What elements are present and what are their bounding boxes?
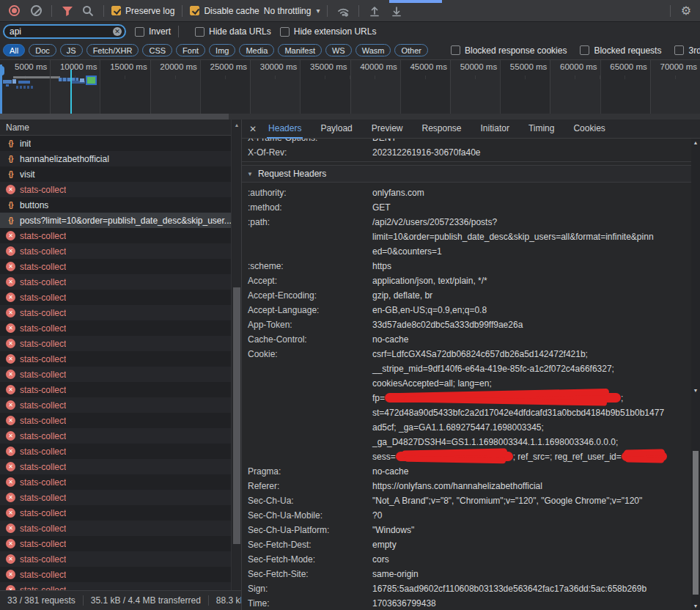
network-request-row[interactable]: ✕stats-collect [0, 536, 231, 551]
network-request-row[interactable]: ✕stats-collect [0, 367, 231, 382]
disable-cache-checkbox[interactable] [190, 6, 199, 15]
network-request-row[interactable]: {}buttons [0, 197, 231, 213]
network-request-row[interactable]: ✕stats-collect [0, 505, 231, 521]
clear-filter-icon[interactable]: ✕ [113, 27, 122, 36]
network-request-row[interactable]: ✕stats-collect [0, 567, 231, 582]
network-request-row[interactable]: ✕stats-collect [0, 459, 231, 474]
hide-data-urls-toggle[interactable]: Hide data URLs [195, 26, 271, 37]
preserve-log-checkbox[interactable] [111, 6, 121, 15]
network-request-row[interactable]: ✕stats-collect [0, 228, 231, 243]
tab-response[interactable]: Response [420, 120, 463, 139]
network-request-row[interactable]: ✕stats-collect [0, 305, 231, 320]
tab-timing[interactable]: Timing [527, 120, 556, 139]
type-filter-img[interactable]: Img [209, 44, 235, 56]
clear-button[interactable] [28, 3, 44, 19]
record-button[interactable] [6, 3, 22, 19]
network-request-row[interactable]: ✕stats-collect [0, 551, 231, 567]
network-request-row[interactable]: ✕stats-collect [0, 259, 231, 274]
type-filter-font[interactable]: Font [176, 44, 205, 56]
filter-input[interactable]: api ✕ [3, 24, 126, 39]
detail-scrollbar[interactable]: ▲ ▼ ▼ [691, 139, 700, 610]
filter-toggle-blocked-requests[interactable]: Blocked requests [580, 45, 661, 56]
network-request-row[interactable]: ✕stats-collect [0, 521, 231, 536]
network-request-row[interactable]: ✕stats-collect [0, 474, 231, 490]
tab-initiator[interactable]: Initiator [479, 120, 511, 139]
filter-funnel-icon[interactable] [59, 3, 75, 19]
request-header-row: __stripe_mid=9df140f6-e64a-419e-85fc-a1c… [242, 361, 691, 376]
close-icon[interactable]: ✕ [249, 124, 257, 134]
network-request-row[interactable]: ✕stats-collect [0, 382, 231, 397]
search-icon[interactable] [80, 3, 96, 19]
network-request-row[interactable]: ✕stats-collect [0, 182, 231, 197]
network-request-row[interactable]: ✕stats-collect [0, 444, 231, 459]
request-list-scrollbar[interactable]: ▲ [231, 120, 241, 590]
type-filter-all[interactable]: All [3, 44, 25, 56]
import-har-icon[interactable] [366, 3, 383, 19]
network-request-row[interactable]: ✕stats-collect [0, 243, 231, 259]
filter-toggle-blocked-response-cookies[interactable]: Blocked response cookies [451, 45, 567, 56]
type-filter-other[interactable]: Other [394, 44, 428, 56]
type-filter-doc[interactable]: Doc [29, 44, 56, 56]
invert-toggle[interactable]: Invert [135, 26, 171, 37]
type-filter-css[interactable]: CSS [142, 44, 172, 56]
timeline-overview[interactable]: 5000 ms10000 ms15000 ms20000 ms25000 ms3… [0, 60, 700, 120]
request-headers-section[interactable]: ▼ Request Headers [242, 165, 691, 183]
network-request-row[interactable]: ✕stats-collect [0, 274, 231, 290]
network-request-row[interactable]: {}visit [0, 166, 231, 182]
network-request-row[interactable]: ✕stats-collect [0, 582, 231, 590]
preserve-log-toggle[interactable]: Preserve log [111, 6, 174, 16]
network-request-row[interactable]: {}hannahelizabethofficial [0, 151, 231, 166]
disable-cache-toggle[interactable]: Disable cache [190, 6, 259, 16]
checkbox[interactable] [451, 45, 460, 55]
scroll-up-icon[interactable]: ▲ [691, 140, 700, 145]
export-har-icon[interactable] [388, 3, 405, 19]
type-filter-fetch-xhr[interactable]: Fetch/XHR [86, 44, 139, 56]
checkbox[interactable] [580, 45, 589, 55]
network-request-row[interactable]: ✕stats-collect [0, 413, 231, 428]
network-request-row[interactable]: ✕stats-collect [0, 397, 231, 413]
network-request-row[interactable]: {}posts?limit=10&order=publish_date_desc… [0, 213, 231, 228]
tab-payload[interactable]: Payload [319, 120, 353, 139]
network-request-row[interactable]: ✕stats-collect [0, 290, 231, 305]
detail-scrollbar-thumb[interactable] [693, 451, 699, 595]
tab-preview[interactable]: Preview [370, 120, 405, 139]
request-failed-icon: ✕ [6, 462, 15, 471]
network-request-row[interactable]: ✕stats-collect [0, 351, 231, 367]
type-filter-ws[interactable]: WS [325, 44, 352, 56]
header-value: gzip, deflate, br [372, 288, 432, 303]
type-filter-media[interactable]: Media [239, 44, 274, 56]
invert-checkbox[interactable] [135, 27, 144, 37]
tab-cookies[interactable]: Cookies [572, 120, 606, 139]
network-request-row[interactable]: ✕stats-collect [0, 336, 231, 351]
request-name: stats-collect [20, 185, 66, 195]
divider [208, 595, 209, 606]
tab-headers[interactable]: Headers [267, 120, 303, 139]
gear-icon[interactable]: ⚙ [678, 3, 694, 19]
hide-data-urls-checkbox[interactable] [195, 27, 205, 37]
scroll-down-icon[interactable]: ▼ [691, 603, 700, 609]
request-failed-icon: ✕ [6, 493, 15, 502]
type-filter-js[interactable]: JS [60, 44, 83, 56]
name-column-header[interactable]: Name [0, 120, 241, 136]
request-name: init [20, 139, 31, 149]
hide-extension-urls-toggle[interactable]: Hide extension URLs [280, 26, 377, 37]
network-conditions-icon[interactable] [335, 3, 351, 19]
throttling-dropdown[interactable]: No throttling ▾ [264, 6, 320, 16]
type-filter-wasm[interactable]: Wasm [355, 44, 391, 56]
network-request-row[interactable]: ✕stats-collect [0, 490, 231, 505]
timeline-hscrollbar-thumb[interactable] [0, 114, 229, 120]
network-request-row[interactable]: ✕stats-collect [0, 320, 231, 336]
filter-toggle-3rd-party-requests[interactable]: 3rd-party requests [674, 45, 700, 56]
type-filter-manifest[interactable]: Manifest [278, 44, 322, 56]
request-failed-icon: ✕ [6, 539, 15, 548]
checkbox[interactable] [674, 45, 684, 55]
hide-extension-urls-checkbox[interactable] [280, 27, 290, 37]
header-value: empty [372, 537, 397, 552]
scroll-up-icon[interactable]: ▲ [232, 122, 242, 128]
network-toolbar: Preserve log Disable cache No throttling… [0, 0, 700, 22]
request-list-scrollbar-thumb[interactable] [233, 287, 240, 544]
network-request-row[interactable]: ✕stats-collect [0, 428, 231, 444]
overview-brush-knob[interactable] [0, 66, 4, 76]
redaction-scribble [396, 452, 513, 461]
network-request-row[interactable]: {}init [0, 136, 231, 151]
